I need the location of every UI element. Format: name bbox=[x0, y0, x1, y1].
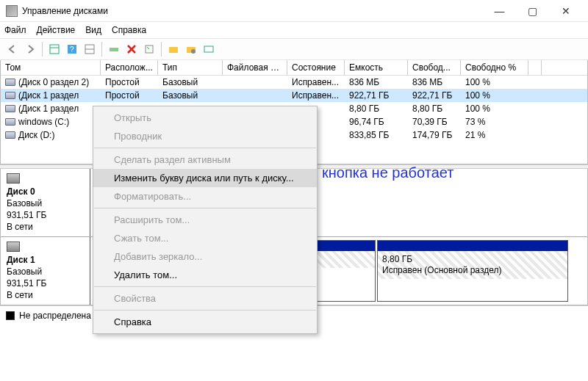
properties-icon[interactable] bbox=[141, 41, 157, 57]
col-free[interactable]: Свобод... bbox=[408, 60, 461, 75]
toolbar: ? bbox=[0, 38, 588, 60]
disk-icon bbox=[7, 173, 20, 184]
titlebar: Управление дисками — ▢ ✕ bbox=[0, 0, 588, 22]
menu-help[interactable]: Справка bbox=[112, 25, 146, 35]
col-status[interactable]: Состояние bbox=[287, 60, 345, 75]
table-header: Том Располож... Тип Файловая с... Состоя… bbox=[1, 60, 587, 76]
volume-icon bbox=[5, 79, 15, 86]
svg-rect-11 bbox=[204, 46, 213, 52]
app-icon bbox=[6, 5, 18, 17]
col-fs[interactable]: Файловая с... bbox=[223, 60, 287, 75]
minimize-button[interactable]: — bbox=[483, 1, 516, 21]
partition[interactable]: 8,80 ГБИсправен (Основной раздел) bbox=[377, 240, 568, 302]
legend-unallocated: Не распределена bbox=[6, 311, 91, 321]
ctx-change-letter[interactable]: Изменить букву диска или путь к диску... bbox=[93, 169, 317, 187]
window-title: Управление дисками bbox=[22, 6, 483, 16]
ctx-format[interactable]: Форматировать... bbox=[93, 187, 317, 206]
col-layout[interactable]: Располож... bbox=[101, 60, 158, 75]
svg-rect-6 bbox=[110, 48, 118, 51]
ctx-explorer[interactable]: Проводник bbox=[93, 127, 317, 145]
ctx-help[interactable]: Справка bbox=[93, 313, 317, 331]
col-spacer bbox=[528, 60, 542, 75]
svg-rect-0 bbox=[50, 45, 59, 54]
col-capacity[interactable]: Емкость bbox=[345, 60, 408, 75]
volume-icon bbox=[5, 92, 15, 99]
context-menu: Открыть Проводник Сделать раздел активны… bbox=[93, 106, 318, 334]
forward-button[interactable] bbox=[22, 41, 38, 57]
table-row[interactable]: (Диск 0 раздел 2)ПростойБазовыйИсправен.… bbox=[1, 76, 587, 89]
ctx-shrink[interactable]: Сжать том... bbox=[93, 229, 317, 247]
ctx-open[interactable]: Открыть bbox=[93, 109, 317, 127]
ctx-delete[interactable]: Удалить том... bbox=[93, 266, 317, 284]
disk-info[interactable]: Диск 0Базовый931,51 ГБВ сети bbox=[1, 169, 90, 236]
disk-icon bbox=[7, 242, 20, 252]
svg-text:?: ? bbox=[70, 46, 74, 54]
menubar: Файл Действие Вид Справка bbox=[0, 22, 588, 38]
menu-view[interactable]: Вид bbox=[85, 25, 101, 35]
folder-icon[interactable] bbox=[165, 41, 182, 57]
menu-file[interactable]: Файл bbox=[4, 25, 26, 35]
refresh-icon[interactable] bbox=[106, 41, 122, 57]
help-icon[interactable]: ? bbox=[64, 41, 80, 57]
ctx-active[interactable]: Сделать раздел активным bbox=[93, 150, 317, 169]
view-list-icon[interactable] bbox=[46, 41, 62, 57]
settings-icon[interactable] bbox=[201, 41, 217, 57]
volume-icon bbox=[5, 105, 15, 112]
back-button[interactable] bbox=[4, 41, 21, 57]
delete-icon[interactable] bbox=[123, 41, 140, 57]
volume-icon bbox=[5, 118, 15, 126]
table-row[interactable]: (Диск 1 раздел ПростойБазовыйИсправен...… bbox=[1, 89, 587, 102]
ctx-mirror[interactable]: Добавить зеркало... bbox=[93, 247, 317, 266]
disk-info[interactable]: Диск 1Базовый931,51 ГБВ сети bbox=[1, 237, 90, 305]
view-detail-icon[interactable] bbox=[82, 41, 98, 57]
menu-action[interactable]: Действие bbox=[37, 25, 76, 35]
folder-gear-icon[interactable] bbox=[183, 41, 199, 57]
col-freepct[interactable]: Свободно % bbox=[461, 60, 528, 75]
maximize-button[interactable]: ▢ bbox=[516, 1, 549, 21]
col-volume[interactable]: Том bbox=[1, 60, 101, 75]
volume-icon bbox=[5, 131, 15, 139]
svg-point-10 bbox=[191, 49, 196, 54]
svg-rect-8 bbox=[169, 47, 178, 53]
ctx-properties[interactable]: Свойства bbox=[93, 289, 317, 308]
user-annotation: кнопка не работает bbox=[322, 164, 453, 181]
ctx-extend[interactable]: Расширить том... bbox=[93, 211, 317, 229]
close-button[interactable]: ✕ bbox=[549, 1, 582, 21]
col-type[interactable]: Тип bbox=[158, 60, 223, 75]
